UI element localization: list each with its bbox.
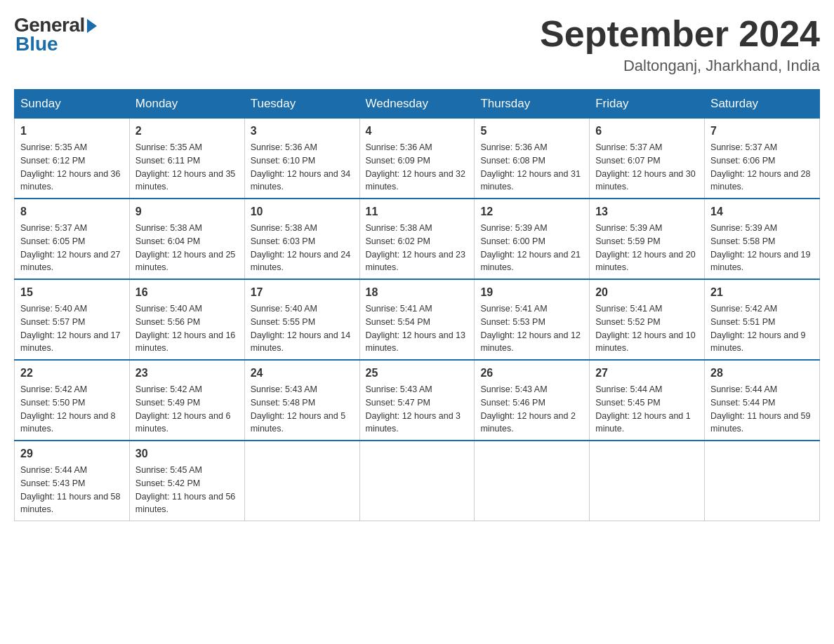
days-header-row: Sunday Monday Tuesday Wednesday Thursday… (15, 90, 820, 119)
calendar-week-row: 29Sunrise: 5:44 AMSunset: 5:43 PMDayligh… (15, 441, 820, 521)
table-row: 26Sunrise: 5:43 AMSunset: 5:46 PMDayligh… (475, 360, 590, 441)
day-number: 7 (710, 123, 814, 140)
day-number: 17 (251, 284, 354, 301)
day-number: 21 (710, 284, 814, 301)
day-number: 9 (135, 203, 239, 220)
day-number: 10 (251, 203, 354, 220)
location-text: Daltonganj, Jharkhand, India (540, 57, 820, 75)
table-row: 17Sunrise: 5:40 AMSunset: 5:55 PMDayligh… (244, 279, 359, 360)
day-number: 11 (366, 203, 469, 220)
day-number: 5 (480, 123, 583, 140)
day-number: 13 (595, 203, 699, 220)
table-row: 5Sunrise: 5:36 AMSunset: 6:08 PMDaylight… (475, 119, 590, 199)
logo: General Blue (14, 14, 97, 55)
day-number: 20 (595, 284, 699, 301)
page-header: General Blue September 2024 Daltonganj, … (14, 14, 820, 75)
table-row: 9Sunrise: 5:38 AMSunset: 6:04 PMDaylight… (129, 199, 244, 279)
header-monday: Monday (129, 90, 244, 119)
table-row: 19Sunrise: 5:41 AMSunset: 5:53 PMDayligh… (475, 279, 590, 360)
table-row: 13Sunrise: 5:39 AMSunset: 5:59 PMDayligh… (590, 199, 705, 279)
day-number: 25 (366, 365, 469, 382)
table-row: 22Sunrise: 5:42 AMSunset: 5:50 PMDayligh… (15, 360, 130, 441)
header-friday: Friday (590, 90, 705, 119)
day-number: 29 (20, 445, 124, 462)
calendar-week-row: 22Sunrise: 5:42 AMSunset: 5:50 PMDayligh… (15, 360, 820, 441)
calendar-week-row: 1Sunrise: 5:35 AMSunset: 6:12 PMDaylight… (15, 119, 820, 199)
logo-triangle-icon (87, 19, 97, 33)
table-row: 8Sunrise: 5:37 AMSunset: 6:05 PMDaylight… (15, 199, 130, 279)
day-number: 15 (20, 284, 124, 301)
table-row: 20Sunrise: 5:41 AMSunset: 5:52 PMDayligh… (590, 279, 705, 360)
table-row: 15Sunrise: 5:40 AMSunset: 5:57 PMDayligh… (15, 279, 130, 360)
table-row: 3Sunrise: 5:36 AMSunset: 6:10 PMDaylight… (244, 119, 359, 199)
header-sunday: Sunday (15, 90, 130, 119)
table-row: 11Sunrise: 5:38 AMSunset: 6:02 PMDayligh… (359, 199, 475, 279)
table-row: 29Sunrise: 5:44 AMSunset: 5:43 PMDayligh… (15, 441, 130, 521)
table-row: 16Sunrise: 5:40 AMSunset: 5:56 PMDayligh… (129, 279, 244, 360)
day-number: 22 (20, 365, 124, 382)
day-number: 19 (480, 284, 583, 301)
day-number: 2 (135, 123, 239, 140)
table-row (359, 441, 475, 521)
table-row: 4Sunrise: 5:36 AMSunset: 6:09 PMDaylight… (359, 119, 475, 199)
day-number: 3 (251, 123, 354, 140)
day-number: 14 (710, 203, 814, 220)
header-saturday: Saturday (705, 90, 820, 119)
day-number: 12 (480, 203, 583, 220)
table-row: 12Sunrise: 5:39 AMSunset: 6:00 PMDayligh… (475, 199, 590, 279)
table-row (475, 441, 590, 521)
day-number: 27 (595, 365, 699, 382)
table-row (705, 441, 820, 521)
day-number: 26 (480, 365, 583, 382)
day-number: 4 (366, 123, 469, 140)
table-row: 2Sunrise: 5:35 AMSunset: 6:11 PMDaylight… (129, 119, 244, 199)
title-area: September 2024 Daltonganj, Jharkhand, In… (540, 14, 820, 75)
day-number: 16 (135, 284, 239, 301)
table-row: 23Sunrise: 5:42 AMSunset: 5:49 PMDayligh… (129, 360, 244, 441)
logo-blue-text: Blue (15, 33, 58, 55)
day-number: 30 (135, 445, 239, 462)
table-row: 21Sunrise: 5:42 AMSunset: 5:51 PMDayligh… (705, 279, 820, 360)
table-row: 18Sunrise: 5:41 AMSunset: 5:54 PMDayligh… (359, 279, 475, 360)
table-row (590, 441, 705, 521)
table-row: 1Sunrise: 5:35 AMSunset: 6:12 PMDaylight… (15, 119, 130, 199)
day-number: 8 (20, 203, 124, 220)
table-row: 10Sunrise: 5:38 AMSunset: 6:03 PMDayligh… (244, 199, 359, 279)
table-row: 24Sunrise: 5:43 AMSunset: 5:48 PMDayligh… (244, 360, 359, 441)
table-row: 7Sunrise: 5:37 AMSunset: 6:06 PMDaylight… (705, 119, 820, 199)
header-wednesday: Wednesday (359, 90, 475, 119)
month-title: September 2024 (540, 14, 820, 54)
table-row: 6Sunrise: 5:37 AMSunset: 6:07 PMDaylight… (590, 119, 705, 199)
table-row: 25Sunrise: 5:43 AMSunset: 5:47 PMDayligh… (359, 360, 475, 441)
table-row: 27Sunrise: 5:44 AMSunset: 5:45 PMDayligh… (590, 360, 705, 441)
table-row: 28Sunrise: 5:44 AMSunset: 5:44 PMDayligh… (705, 360, 820, 441)
calendar-week-row: 8Sunrise: 5:37 AMSunset: 6:05 PMDaylight… (15, 199, 820, 279)
day-number: 23 (135, 365, 239, 382)
calendar-week-row: 15Sunrise: 5:40 AMSunset: 5:57 PMDayligh… (15, 279, 820, 360)
table-row: 30Sunrise: 5:45 AMSunset: 5:42 PMDayligh… (129, 441, 244, 521)
calendar-table: Sunday Monday Tuesday Wednesday Thursday… (14, 89, 820, 521)
table-row: 14Sunrise: 5:39 AMSunset: 5:58 PMDayligh… (705, 199, 820, 279)
day-number: 1 (20, 123, 124, 140)
day-number: 24 (251, 365, 354, 382)
day-number: 18 (366, 284, 469, 301)
header-tuesday: Tuesday (244, 90, 359, 119)
header-thursday: Thursday (475, 90, 590, 119)
day-number: 28 (710, 365, 814, 382)
day-number: 6 (595, 123, 699, 140)
table-row (244, 441, 359, 521)
